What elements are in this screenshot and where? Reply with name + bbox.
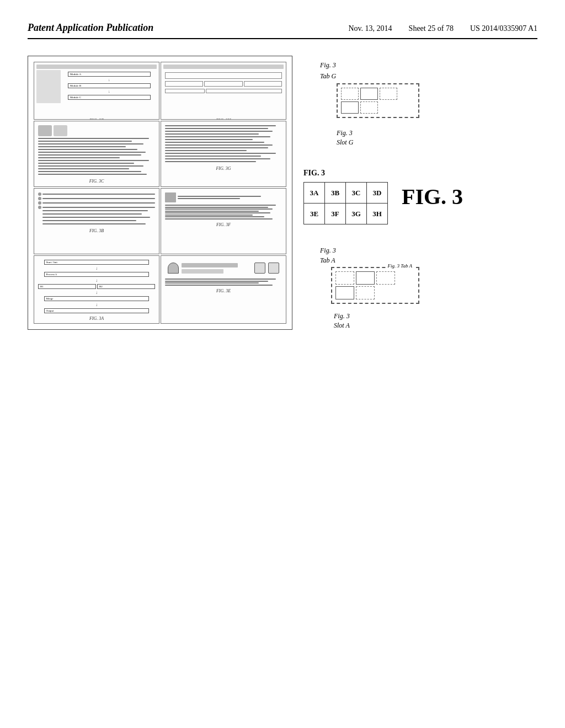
main-content: Module A ↓ Module B ↓ Module C FIG. 3B [28,56,537,330]
slot-a-fig-label: Fig. 3 [334,312,350,320]
tab-g-diagram-area: Fig. 3 Tab G [303,61,537,147]
slot-g-fig-label: Fig. 3 [337,129,353,137]
tab-a-fig-label: Fig. 3 [320,247,336,255]
publication-date: Nov. 13, 2014 [348,24,392,33]
tab-g-fig-label: Fig. 3 [320,61,336,70]
fig3-tab-g-section: Fig. 3 Tab G [320,61,537,118]
fig-3h-cell: FIG. 3H [161,62,286,120]
fig-3g-label: FIG. 3G [163,166,284,171]
fig-3h-label: FIG. 3H [163,118,284,120]
tab-a-corner-label: Fig. 3 Tab A [386,263,414,269]
publication-title: Patent Application Publication [28,22,153,34]
grid-cell-3e: 3E [304,204,325,224]
header-meta: Nov. 13, 2014 Sheet 25 of 78 US 2014/033… [348,24,537,33]
tab-g-label: Tab G [320,72,336,81]
fig-3c-label: FIG. 3C [36,179,157,184]
tab-a-subsection: Fig. 3 Tab A Fig. 3 Tab A [320,247,537,304]
fig-3b-top-label: FIG. 3B [36,118,157,120]
slot-a-label: Slot A [334,322,350,330]
fig3-grid-table: 3A 3B 3C 3D 3E 3F 3G 3H [303,182,388,224]
left-figure-panel: Module A ↓ Module B ↓ Module C FIG. 3B [28,56,292,330]
fig3-grid-main-label: FIG. 3 [303,169,325,178]
patent-number: US 2014/0335907 A1 [470,24,537,33]
grid-cell-3h: 3H [367,204,388,224]
fig-3b-top-cell: Module A ↓ Module B ↓ Module C FIG. 3B [34,62,159,120]
fig3-large-label: FIG. 3 [402,184,463,210]
slot-a-subsection: Fig. 3 Slot A [334,312,537,330]
right-panel: Fig. 3 Tab G [303,56,537,330]
fig-3a-label: FIG. 3A [36,316,157,321]
fig-3b-lower-cell: FIG. 3B [34,188,159,254]
grid-cell-3a: 3A [304,183,325,204]
grid-cell-3d: 3D [367,183,388,204]
page-header: Patent Application Publication Nov. 13, … [28,22,537,39]
fig-3e-cell: FIG. 3E [161,255,286,324]
fig3-tab-a-section: Fig. 3 Tab A Fig. 3 Tab A [303,247,537,330]
fig-3f-label: FIG. 3F [163,222,284,227]
sheet-info: Sheet 25 of 78 [409,24,454,33]
fig-3e-label: FIG. 3E [163,288,284,293]
fig-3g-cell: FIG. 3G [161,121,286,187]
tab-a-label: Tab A [320,256,335,265]
grid-cell-3f: 3F [325,204,346,224]
fig3-slot-g-section: Fig. 3 Slot G [337,129,537,147]
fig-3f-cell: FIG. 3F [161,188,286,254]
fig3-grid-section: FIG. 3 3A 3B 3C 3D 3E 3F [303,169,537,224]
grid-cell-3c: 3C [346,183,367,204]
slot-g-label: Slot G [337,138,353,147]
fig-3a-cell: Start / Init ↓ Process A ↓ B1 B2 ↓ Merge… [34,255,159,324]
fig-3c-cell: FIG. 3C [34,121,159,187]
grid-cell-3b: 3B [325,183,346,204]
fig-3b-lower-label: FIG. 3B [36,228,157,233]
grid-cell-3g: 3G [346,204,367,224]
